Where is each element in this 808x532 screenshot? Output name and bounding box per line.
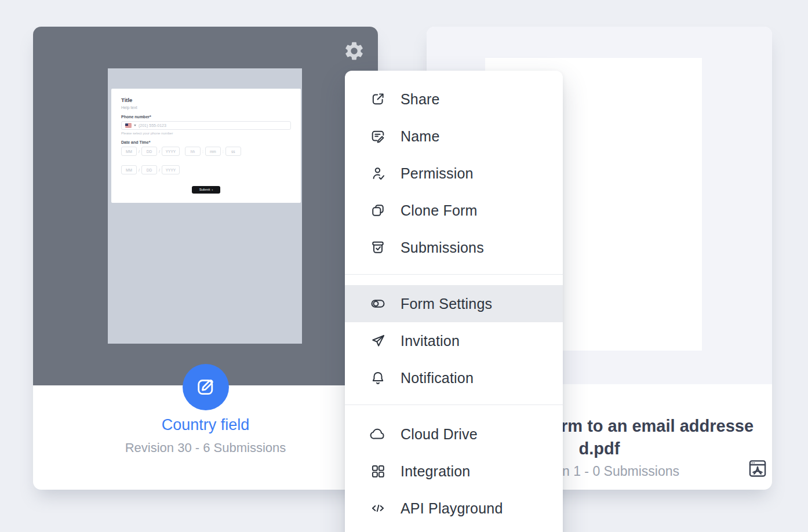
second-input: ss — [225, 147, 241, 156]
cloud-icon — [369, 425, 387, 443]
submit-label: Submit — [199, 188, 210, 191]
day-input: DD — [141, 147, 157, 156]
mini-form-preview: Title Help text Phone number* (201) 555-… — [111, 89, 301, 203]
bell-icon — [369, 369, 387, 387]
pdf-file-type-icon — [747, 457, 769, 480]
user-check-icon — [369, 165, 387, 182]
menu-item-label: Submissions — [401, 239, 484, 256]
code-icon — [369, 500, 387, 517]
menu-item-label: Permission — [401, 165, 474, 182]
menu-item-label: API Playground — [401, 500, 503, 517]
separator: / — [159, 150, 160, 154]
month-input: MM — [121, 147, 137, 156]
month-input: MM — [121, 165, 137, 174]
mini-form-datetime-row: MM / DD / YYYY hh : mm : ss — [121, 147, 291, 156]
separator: : — [223, 150, 224, 154]
form-card-header: Title Help text Phone number* (201) 555-… — [33, 27, 378, 385]
year-input: YYYY — [162, 165, 180, 174]
form-settings-gear-button[interactable] — [341, 39, 367, 64]
menu-item-name[interactable]: Name — [345, 118, 563, 155]
mini-form-datetime-label: Date and Time* — [121, 140, 291, 144]
menu-item-label: Form Settings — [401, 296, 492, 312]
mini-form-phone-label: Phone number* — [121, 115, 291, 119]
menu-item-clone-form[interactable]: Clone Form — [345, 192, 563, 229]
menu-item-form-settings[interactable]: Form Settings — [345, 285, 563, 322]
minute-input: mm — [205, 147, 221, 156]
menu-item-label: Clone Form — [401, 202, 478, 219]
edit-form-button[interactable] — [183, 364, 229, 410]
form-card-country-field[interactable]: Title Help text Phone number* (201) 555-… — [33, 27, 378, 490]
toggle-icon — [369, 295, 387, 312]
menu-item-label: Cloud Drive — [401, 426, 478, 443]
form-revision-meta: Revision 30 - 6 Submissions — [33, 440, 378, 456]
phone-country-caret-icon — [134, 125, 136, 126]
separator: / — [139, 168, 140, 172]
mini-form-date-row: MM / DD / YYYY — [121, 165, 291, 174]
us-flag-icon — [125, 123, 132, 127]
gear-icon — [343, 40, 365, 64]
day-input: DD — [141, 165, 157, 174]
rename-icon — [369, 127, 387, 145]
menu-item-permission[interactable]: Permission — [345, 155, 563, 192]
mini-form-submit-button: Submit › — [192, 186, 220, 194]
copy-icon — [369, 202, 387, 219]
paper-plane-icon — [369, 332, 387, 349]
context-menu: ShareNamePermissionClone FormSubmissions… — [345, 71, 563, 532]
menu-item-invitation[interactable]: Invitation — [345, 322, 563, 359]
hour-input: hh — [185, 147, 201, 156]
mini-form-phone-placeholder: (201) 555-0123 — [139, 123, 166, 127]
mini-form-phone-input: (201) 555-0123 — [121, 121, 291, 130]
mini-form-title: Title — [121, 97, 291, 103]
menu-item-label: Invitation — [401, 333, 460, 349]
menu-item-share[interactable]: Share — [345, 81, 563, 118]
menu-item-label: Notification — [401, 370, 474, 387]
archive-check-icon — [369, 239, 387, 256]
menu-item-notification[interactable]: Notification — [345, 359, 563, 396]
mini-form-phone-help: Please select your phone number — [121, 132, 291, 135]
menu-item-submissions[interactable]: Submissions — [345, 229, 563, 266]
menu-item-label: Share — [401, 91, 440, 108]
menu-item-cloud-drive[interactable]: Cloud Drive — [345, 416, 563, 453]
menu-divider — [345, 274, 563, 275]
separator: : — [202, 150, 203, 154]
edit-pencil-square-icon — [195, 376, 216, 399]
menu-divider — [345, 405, 563, 405]
arrow-right-icon: › — [212, 188, 213, 191]
form-preview-thumbnail: Title Help text Phone number* (201) 555-… — [108, 68, 302, 344]
grid-icon — [369, 462, 387, 480]
pdf-revision-meta: n 1 - 0 Submissions — [562, 464, 679, 479]
menu-item-label: Integration — [401, 463, 470, 480]
separator: / — [139, 150, 140, 154]
share-icon — [369, 90, 387, 108]
year-input: YYYY — [162, 147, 180, 156]
pdf-form-title-line1: rm to an email addresse — [561, 417, 754, 436]
menu-item-integration[interactable]: Integration — [345, 453, 563, 490]
separator: / — [159, 168, 160, 172]
menu-item-api-playground[interactable]: API Playground — [345, 490, 563, 527]
menu-item-label: Name — [401, 128, 440, 145]
app-background: { "page": { "background": "#edeff4" }, "… — [0, 0, 808, 532]
mini-form-help-text: Help text — [121, 105, 291, 110]
form-title-link[interactable]: Country field — [33, 416, 378, 434]
